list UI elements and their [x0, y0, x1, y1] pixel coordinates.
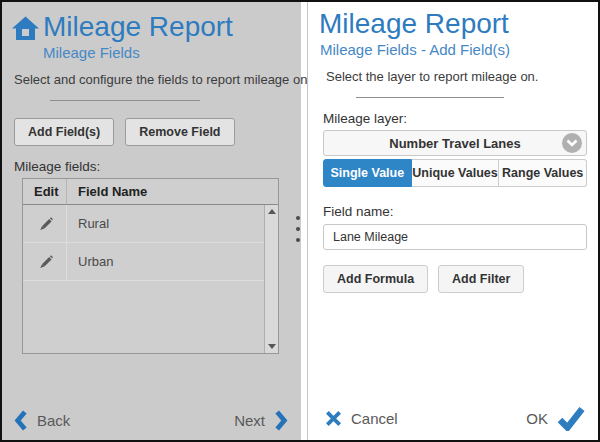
left-divider — [50, 100, 200, 101]
table-scrollbar[interactable] — [264, 205, 278, 353]
pencil-icon — [36, 215, 53, 232]
dialog-title: Mileage Report — [319, 8, 598, 40]
chevron-down-icon — [566, 139, 578, 147]
checkmark-icon — [557, 406, 585, 431]
mileage-report-window: Mileage Report Mileage Fields Select and… — [0, 0, 600, 442]
mileage-fields-panel: Mileage Report Mileage Fields Select and… — [2, 2, 301, 440]
chevron-right-icon — [274, 410, 288, 431]
back-button[interactable]: Back — [14, 410, 70, 431]
table-row[interactable]: Rural — [23, 205, 278, 243]
dropdown-toggle[interactable] — [562, 133, 582, 153]
panel-splitter[interactable] — [301, 2, 308, 440]
ok-label: OK — [526, 410, 548, 427]
triangle-up-icon[interactable] — [268, 209, 276, 214]
add-field-panel: Mileage Report Mileage Fields - Add Fiel… — [308, 2, 598, 440]
home-icon — [12, 16, 39, 41]
left-header: Mileage Report — [12, 11, 301, 43]
right-description: Select the layer to report mileage on. — [326, 69, 598, 84]
back-label: Back — [37, 412, 70, 429]
field-name-cell: Urban — [67, 243, 278, 280]
triangle-down-icon[interactable] — [268, 344, 276, 349]
dialog-subtitle: Mileage Fields - Add Field(s) — [320, 41, 598, 58]
add-filter-button[interactable]: Add Filter — [438, 265, 524, 293]
mileage-layer-label: Mileage layer: — [323, 111, 598, 126]
field-actions: Add Field(s) Remove Field — [14, 118, 301, 146]
table-body: Rural Urban — [23, 205, 278, 353]
left-footer: Back Next — [14, 410, 288, 431]
add-formula-button[interactable]: Add Formula — [323, 265, 428, 293]
cancel-label: Cancel — [351, 410, 398, 427]
ok-button[interactable]: OK — [526, 406, 585, 431]
mileage-fields-label: Mileage fields: — [14, 159, 301, 174]
value-type-tabs: Single Value Unique Values Range Values — [323, 159, 587, 187]
column-header-field-name: Field Name — [67, 184, 278, 199]
pencil-icon — [36, 253, 53, 270]
field-name-cell: Rural — [67, 205, 278, 242]
mileage-layer-dropdown[interactable]: Number Travel Lanes — [323, 130, 587, 156]
remove-field-button[interactable]: Remove Field — [125, 118, 234, 146]
table-header: Edit Field Name — [23, 179, 278, 205]
dialog-footer: Cancel OK — [325, 406, 585, 431]
splitter-drag-handle[interactable] — [296, 216, 300, 242]
formula-filter-actions: Add Formula Add Filter — [323, 265, 598, 293]
page-title: Mileage Report — [43, 11, 233, 43]
tab-unique-values[interactable]: Unique Values — [412, 159, 500, 187]
mileage-fields-table: Edit Field Name Rural — [22, 178, 279, 354]
tab-range-values[interactable]: Range Values — [499, 159, 587, 187]
add-fields-button[interactable]: Add Field(s) — [14, 118, 114, 146]
field-name-label: Field name: — [323, 204, 598, 219]
page-subtitle: Mileage Fields — [43, 44, 301, 61]
edit-cell[interactable] — [23, 243, 67, 280]
cancel-button[interactable]: Cancel — [325, 410, 398, 427]
table-row[interactable]: Urban — [23, 243, 278, 281]
tab-single-value[interactable]: Single Value — [323, 159, 412, 187]
edit-cell[interactable] — [23, 205, 67, 242]
x-icon — [325, 410, 342, 427]
chevron-left-icon — [14, 410, 28, 431]
column-header-edit: Edit — [23, 179, 67, 204]
mileage-layer-value: Number Travel Lanes — [389, 136, 521, 151]
right-divider — [356, 97, 504, 98]
next-label: Next — [234, 412, 265, 429]
left-description: Select and configure the fields to repor… — [14, 72, 301, 87]
next-button[interactable]: Next — [234, 410, 288, 431]
field-name-input[interactable] — [323, 224, 587, 250]
